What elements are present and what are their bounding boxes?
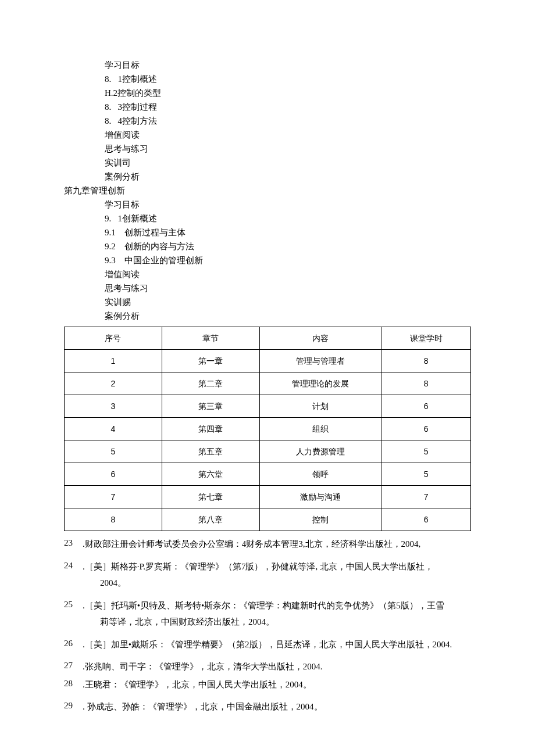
cell: 6 bbox=[65, 463, 162, 486]
th-hours: 课堂学时 bbox=[381, 327, 471, 350]
table-row: 8 第八章 控制 6 bbox=[65, 508, 471, 531]
cell: 管理与管理者 bbox=[259, 350, 381, 372]
outline8-item: 8. 1控制概述 bbox=[58, 72, 477, 86]
outline9-item: 增值阅读 bbox=[58, 267, 477, 281]
outline9-item: 9.2 创新的内容与方法 bbox=[58, 239, 477, 253]
ref-num: 29 bbox=[58, 698, 83, 715]
ref-text: .［美］托玛斯•贝特及、斯考特•斯奈尔：《管理学：构建新时代的竞争优势》（第5版… bbox=[83, 597, 477, 630]
reference-item: 24 .［美］斯格芬·P.罗宾斯：《管理学》（第7版），孙健就等泽, 北京，中国… bbox=[58, 558, 477, 592]
ref-num: 23 bbox=[58, 536, 83, 553]
cell: 5 bbox=[381, 463, 471, 486]
outline8-item: 案例分析 bbox=[58, 170, 477, 184]
references: 23 .财政部注册会计师考试委员会办公室编：4财务成本管理3,北京，经济科学出版… bbox=[58, 536, 477, 715]
hours-table: 序号 章节 内容 课堂学时 1 第一章 管理与管理者 8 2 第二章 管理理论的… bbox=[64, 327, 471, 531]
reference-item: 25 .［美］托玛斯•贝特及、斯考特•斯奈尔：《管理学：构建新时代的竞争优势》（… bbox=[58, 597, 477, 630]
cell: 第一章 bbox=[162, 350, 259, 372]
ref-text: .［美］加里•戴斯乐：《管理学精要》（第2版），吕延杰译，北京，中国人民大学出版… bbox=[83, 636, 477, 653]
outline8-item: H.2控制的类型 bbox=[58, 86, 477, 100]
ref-text: .财政部注册会计师考试委员会办公室编：4财务成本管理3,北京，经济科学出版社，2… bbox=[83, 536, 477, 553]
ref-text: .张兆响、司干字：《管理学》，北京，清华大学出版社，2004. bbox=[83, 658, 477, 675]
reference-item: 27 .张兆响、司干字：《管理学》，北京，清华大学出版社，2004. bbox=[58, 658, 477, 675]
cell: 4 bbox=[65, 418, 162, 440]
cell: 7 bbox=[65, 486, 162, 508]
ref-num: 25 bbox=[58, 597, 83, 630]
outline9-item: 9. 1创新概述 bbox=[58, 212, 477, 225]
cell: 7 bbox=[381, 486, 471, 508]
table-row: 4 第四章 组织 6 bbox=[65, 418, 471, 440]
table-row: 3 第三章 计划 6 bbox=[65, 395, 471, 418]
ref-text: .王晓君：《管理学》，北京，中国人民大学出版社，2004。 bbox=[83, 676, 477, 693]
ref-cont: 莉等译，北京，中国财政经济出版社，2004。 bbox=[83, 614, 477, 630]
table-header: 序号 章节 内容 课堂学时 bbox=[65, 327, 471, 350]
cell: 第七章 bbox=[162, 486, 259, 508]
cell: 第八章 bbox=[162, 508, 259, 531]
outline9-item: 9.1 创新过程与主体 bbox=[58, 225, 477, 239]
cell: 第二章 bbox=[162, 372, 259, 395]
th-seq: 序号 bbox=[65, 327, 162, 350]
ref-num: 27 bbox=[58, 658, 83, 675]
table-row: 6 第六堂 领呼 5 bbox=[65, 463, 471, 486]
cell: 管理理论的发展 bbox=[259, 372, 381, 395]
cell: 3 bbox=[65, 395, 162, 418]
ref-line1: .［美］斯格芬·P.罗宾斯：《管理学》（第7版），孙健就等泽, 北京，中国人民大… bbox=[83, 562, 433, 571]
cell: 控制 bbox=[259, 508, 381, 531]
ref-num: 24 bbox=[58, 558, 83, 592]
th-chapter: 章节 bbox=[162, 327, 259, 350]
ref-text: . 孙成志、孙皓：《管理学》，北京，中国金融出版社，2004。 bbox=[83, 698, 477, 715]
cell: 6 bbox=[381, 395, 471, 418]
outline8-item: 8. 3控制过程 bbox=[58, 100, 477, 114]
th-content: 内容 bbox=[259, 327, 381, 350]
cell: 领呼 bbox=[259, 463, 381, 486]
table-row: 2 第二章 管理理论的发展 8 bbox=[65, 372, 471, 395]
ref-num: 26 bbox=[58, 636, 83, 653]
cell: 6 bbox=[381, 508, 471, 531]
cell: 5 bbox=[65, 440, 162, 463]
outline8-item: 学习目标 bbox=[58, 58, 477, 72]
outline8-item: 思考与练习 bbox=[58, 142, 477, 156]
outline8-item: 8. 4控制方法 bbox=[58, 114, 477, 128]
cell: 6 bbox=[381, 418, 471, 440]
cell: 第三章 bbox=[162, 395, 259, 418]
cell: 8 bbox=[65, 508, 162, 531]
cell: 2 bbox=[65, 372, 162, 395]
outline8-item: 实训司 bbox=[58, 156, 477, 170]
cell: 组织 bbox=[259, 418, 381, 440]
cell: 5 bbox=[381, 440, 471, 463]
cell: 8 bbox=[381, 350, 471, 372]
table-row: 7 第七章 激励与淘通 7 bbox=[65, 486, 471, 508]
cell: 第六堂 bbox=[162, 463, 259, 486]
reference-item: 29 . 孙成志、孙皓：《管理学》，北京，中国金融出版社，2004。 bbox=[58, 698, 477, 715]
cell: 1 bbox=[65, 350, 162, 372]
chapter9-title: 第九章管理创新 bbox=[58, 184, 477, 198]
cell: 8 bbox=[381, 372, 471, 395]
outline9-item: 学习目标 bbox=[58, 198, 477, 212]
ref-cont: 2004。 bbox=[83, 575, 477, 592]
cell: 人力费源管理 bbox=[259, 440, 381, 463]
reference-item: 26 .［美］加里•戴斯乐：《管理学精要》（第2版），吕延杰译，北京，中国人民大… bbox=[58, 636, 477, 653]
outline9-item: 案例分析 bbox=[58, 309, 477, 323]
reference-item: 23 .财政部注册会计师考试委员会办公室编：4财务成本管理3,北京，经济科学出版… bbox=[58, 536, 477, 553]
cell: 计划 bbox=[259, 395, 381, 418]
table-row: 1 第一章 管理与管理者 8 bbox=[65, 350, 471, 372]
ref-text: .［美］斯格芬·P.罗宾斯：《管理学》（第7版），孙健就等泽, 北京，中国人民大… bbox=[83, 558, 477, 592]
reference-item: 28 .王晓君：《管理学》，北京，中国人民大学出版社，2004。 bbox=[58, 676, 477, 693]
outline9-item: 思考与练习 bbox=[58, 281, 477, 295]
ref-line1: .［美］托玛斯•贝特及、斯考特•斯奈尔：《管理学：构建新时代的竞争优势》（第5版… bbox=[83, 601, 444, 610]
cell: 激励与淘通 bbox=[259, 486, 381, 508]
outline9-item: 9.3 中国企业的管理创新 bbox=[58, 253, 477, 267]
cell: 第五章 bbox=[162, 440, 259, 463]
ref-num: 28 bbox=[58, 676, 83, 693]
outline8-item: 增值阅读 bbox=[58, 128, 477, 142]
table-row: 5 第五章 人力费源管理 5 bbox=[65, 440, 471, 463]
cell: 第四章 bbox=[162, 418, 259, 440]
outline9-item: 实训赐 bbox=[58, 295, 477, 309]
